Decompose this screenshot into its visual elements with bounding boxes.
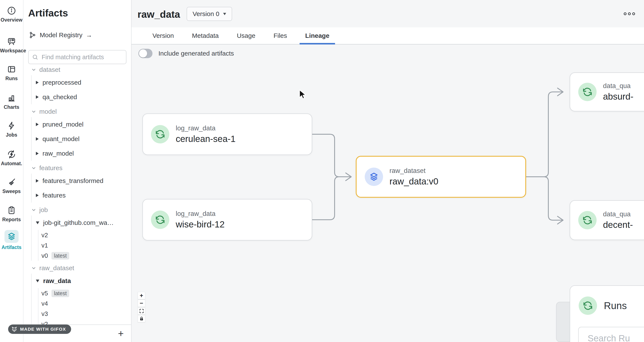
rail-label: Jobs xyxy=(0,132,23,138)
rail-item-reports[interactable]: Reports xyxy=(0,206,23,222)
tree-children: raw_data v5latest v4 v3 v2 xyxy=(31,274,131,327)
chevron-down-icon xyxy=(31,207,36,212)
graph-zoom-controls: + − xyxy=(138,292,145,322)
version-dropdown-button[interactable]: Version 0 xyxy=(186,7,232,21)
expanded-triangle-icon xyxy=(36,221,39,224)
tab-lineage[interactable]: Lineage xyxy=(300,27,335,44)
tree-children: preprocessed qa_checked xyxy=(31,75,131,104)
tree-section-raw-dataset[interactable]: raw_dataset xyxy=(31,262,131,274)
tree-item-quant-model[interactable]: quant_model xyxy=(36,132,131,146)
tree-section-label: model xyxy=(39,108,57,115)
tab-files[interactable]: Files xyxy=(268,27,292,44)
tree-item-label: raw_model xyxy=(42,150,74,157)
zoom-out-button[interactable]: − xyxy=(138,300,145,307)
lock-view-button[interactable] xyxy=(138,315,145,322)
version-row-v5[interactable]: v5latest xyxy=(42,288,131,298)
tree-item-job-git[interactable]: job-git_github.com_wa… xyxy=(36,215,131,230)
collapsed-triangle-icon xyxy=(36,81,39,84)
version-row-v1[interactable]: v1 xyxy=(42,240,131,250)
rail-item-sweeps[interactable]: Sweeps xyxy=(0,177,23,194)
version-label: v5 xyxy=(42,290,48,297)
fox-icon xyxy=(11,326,18,332)
tab-metadata[interactable]: Metadata xyxy=(186,27,224,44)
tree-item-features-transformed[interactable]: features_transformed xyxy=(36,174,131,188)
sidebar-title: Artifacts xyxy=(28,7,68,19)
chevron-down-icon xyxy=(31,67,36,72)
rail-label: Overview xyxy=(0,17,23,23)
tree-section-dataset[interactable]: dataset xyxy=(31,64,131,75)
version-row-v3[interactable]: v3 xyxy=(42,309,131,319)
tree-item-raw-model[interactable]: raw_model xyxy=(36,146,131,161)
latest-badge: latest xyxy=(52,252,70,259)
model-registry-link[interactable]: Model Registry → xyxy=(28,31,92,39)
runs-panel-title: Runs xyxy=(604,300,627,311)
tree-section-job[interactable]: job xyxy=(31,204,131,215)
rail-item-charts[interactable]: Charts xyxy=(0,93,23,110)
tree-item-raw-data[interactable]: raw_data xyxy=(36,274,131,288)
tree-item-label: pruned_model xyxy=(42,121,84,128)
tree-section-model[interactable]: model xyxy=(31,106,131,117)
collapsed-triangle-icon xyxy=(36,179,39,183)
gifox-watermark-badge: MADE WITH GIFOX xyxy=(8,324,71,334)
tree-children: features_transformed features xyxy=(31,174,131,203)
tree-item-label: job-git_github.com_wa… xyxy=(43,219,114,226)
lineage-node-run-cerulean[interactable]: log_raw_data cerulean-sea-1 xyxy=(142,114,312,155)
rail-item-automations[interactable]: Automat. xyxy=(0,150,23,167)
table-icon xyxy=(7,65,16,74)
run-cycle-icon xyxy=(578,83,596,101)
gifox-label: MADE WITH GIFOX xyxy=(20,326,66,332)
overflow-menu-button[interactable] xyxy=(624,13,635,15)
artifacts-active-tile xyxy=(4,230,18,243)
add-artifact-button[interactable]: + xyxy=(115,327,127,339)
tree-item-label: qa_checked xyxy=(42,93,77,101)
rail-item-artifacts[interactable]: Artifacts xyxy=(0,230,23,250)
generated-artifacts-toggle-row: Include generated artifacts xyxy=(138,49,234,58)
runs-panel[interactable]: Runs xyxy=(570,285,644,342)
run-cycle-icon xyxy=(151,211,169,229)
tree-item-qa-checked[interactable]: qa_checked xyxy=(36,90,131,104)
fit-view-button[interactable] xyxy=(138,307,145,315)
header-band: raw_data Version 0 xyxy=(132,0,644,27)
artifact-search-input[interactable] xyxy=(41,54,122,61)
tree-section-label: raw_dataset xyxy=(39,264,74,272)
tree-item-pruned-model[interactable]: pruned_model xyxy=(36,117,131,132)
lineage-node-run-wise[interactable]: log_raw_data wise-bird-12 xyxy=(142,199,312,240)
tab-label: Metadata xyxy=(192,32,219,39)
runs-search-input[interactable] xyxy=(587,333,644,342)
rail-item-overview[interactable]: Overview xyxy=(0,6,23,23)
zoom-in-button[interactable]: + xyxy=(138,292,145,299)
tree-item-preprocessed[interactable]: preprocessed xyxy=(36,75,131,90)
tree-section-label: features xyxy=(39,164,62,172)
registry-graph-icon xyxy=(28,31,36,39)
tree-item-features[interactable]: features xyxy=(36,188,131,203)
lineage-node-run-decent[interactable]: data_qua decent- xyxy=(570,200,644,240)
tab-version[interactable]: Version xyxy=(147,27,179,44)
toggle-knob xyxy=(139,49,147,58)
run-cycle-icon xyxy=(579,296,597,315)
clipboard-icon xyxy=(7,206,16,215)
caret-down-icon xyxy=(223,13,226,15)
tree-item-label: features_transformed xyxy=(42,177,103,184)
rail-item-jobs[interactable]: Jobs xyxy=(0,121,23,138)
lineage-node-artifact-raw-data-v0[interactable]: raw_dataset raw_data:v0 xyxy=(356,156,526,198)
automation-cycle-icon xyxy=(7,150,16,159)
lock-icon xyxy=(139,316,144,321)
include-generated-toggle[interactable] xyxy=(138,49,152,58)
version-row-v2[interactable]: v2 xyxy=(42,230,131,240)
version-row-v0[interactable]: v0latest xyxy=(42,250,131,261)
tree-section-features[interactable]: features xyxy=(31,162,131,174)
version-row-v4[interactable]: v4 xyxy=(42,298,131,309)
node-type-label: log_raw_data xyxy=(176,210,225,218)
tab-label: Usage xyxy=(237,32,256,39)
tree-item-label: raw_data xyxy=(43,277,71,284)
lineage-node-run-absurd[interactable]: data_qua absurd- xyxy=(570,73,644,111)
broom-icon xyxy=(7,177,16,187)
rail-item-runs[interactable]: Runs xyxy=(0,65,23,82)
fullscreen-icon xyxy=(139,309,144,313)
node-name-label: wise-bird-12 xyxy=(176,219,225,230)
rail-item-workspace[interactable]: Workspace xyxy=(0,37,23,54)
collapsed-triangle-icon xyxy=(36,95,39,99)
tab-usage[interactable]: Usage xyxy=(231,27,261,44)
rail-label: Runs xyxy=(0,76,23,82)
rail-label: Workspace xyxy=(0,48,23,54)
